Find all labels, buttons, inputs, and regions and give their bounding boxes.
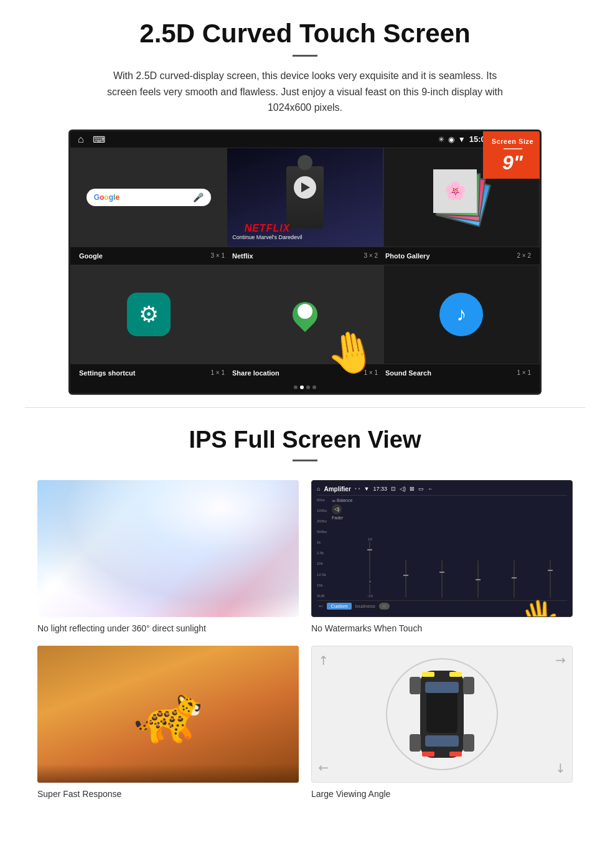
gallery-label-name: Photo Gallery bbox=[385, 252, 430, 260]
settings-app-cell[interactable]: ⚙ bbox=[70, 265, 227, 364]
angle-arrow-bl: ↗ bbox=[314, 759, 332, 777]
pagination-dots bbox=[70, 382, 540, 393]
music-note-icon: ♪ bbox=[456, 303, 466, 326]
home-icon: ⌂ bbox=[78, 134, 84, 145]
amp-win: ▭ bbox=[418, 486, 424, 492]
ips-cheetah-item: 🐆 Super Fast Response bbox=[37, 646, 299, 799]
ips-grid: No light reflecting under 360° direct su… bbox=[37, 480, 573, 799]
google-logo: Google bbox=[94, 193, 120, 202]
google-search-bar[interactable]: Google 🎤 bbox=[87, 189, 211, 206]
amp-arr: ← bbox=[428, 486, 433, 492]
photo-stack: 🌸 bbox=[433, 169, 489, 225]
badge-divider bbox=[504, 148, 522, 149]
settings-label-size: 1 × 1 bbox=[210, 369, 225, 376]
dot-1 bbox=[294, 385, 298, 389]
car-circle-guide bbox=[386, 658, 498, 770]
status-bar: ⌂ ⌨ ✳ ◉ ▼ 15:06 ⊡ ◁) ⊠ ▭ bbox=[70, 131, 540, 148]
amp-freq-labels: 60hz100hz200hz500hz1k2.5k10k12.5k15kSUB bbox=[317, 498, 329, 598]
app-label-row-bottom: Settings shortcut 1 × 1 Share location 1… bbox=[70, 364, 540, 382]
netflix-subtitle: Continue Marvel's Daredevil bbox=[232, 234, 302, 240]
maps-icon bbox=[289, 299, 321, 330]
sound-label: Sound Search 1 × 1 bbox=[382, 367, 535, 379]
share-label-name: Share location bbox=[232, 369, 279, 377]
angle-arrow-br: ↗ bbox=[551, 759, 570, 777]
google-mic-icon[interactable]: 🎤 bbox=[193, 192, 204, 202]
section-ips: IPS Full Screen View No light reflecting… bbox=[0, 408, 610, 811]
google-label: Google 3 × 1 bbox=[75, 250, 228, 262]
ips-sunlight-image bbox=[37, 480, 299, 617]
app-grid-bottom: ⚙ 🤚 ♪ bbox=[70, 265, 540, 364]
netflix-overlay: NETFLIX Continue Marvel's Daredevil bbox=[232, 223, 302, 240]
amp-sliders: 10 0 -10 bbox=[353, 498, 567, 598]
section1-divider bbox=[293, 55, 317, 57]
angle-arrow-tr: ↗ bbox=[551, 651, 570, 669]
section2-divider bbox=[293, 460, 317, 461]
amp-wifi: ▼ bbox=[364, 486, 370, 492]
netflix-play-button[interactable] bbox=[294, 176, 316, 199]
netflix-brand: NETFLIX bbox=[232, 223, 302, 234]
section1-title: 2.5D Curved Touch Screen bbox=[37, 19, 573, 49]
gallery-label: Photo Gallery 2 × 2 bbox=[382, 250, 535, 262]
sound-search-cell[interactable]: ♪ bbox=[383, 265, 540, 364]
play-triangle-icon bbox=[301, 182, 310, 192]
amp-vol: ◁) bbox=[400, 486, 406, 492]
app-label-row-top: Google 3 × 1 Netflix 3 × 2 Photo Gallery… bbox=[70, 247, 540, 265]
flower-icon: 🌸 bbox=[444, 181, 466, 201]
ips-sunlight-item: No light reflecting under 360° direct su… bbox=[37, 480, 299, 633]
google-label-name: Google bbox=[79, 252, 103, 260]
sound-label-size: 1 × 1 bbox=[517, 369, 531, 376]
google-label-size: 3 × 1 bbox=[210, 252, 225, 259]
dot-3 bbox=[306, 385, 310, 389]
settings-icon-wrapper: ⚙ bbox=[127, 293, 171, 336]
ips-car-image: ↗ ↗ ↗ ↗ bbox=[311, 646, 573, 783]
netflix-label: Netflix 3 × 2 bbox=[228, 250, 382, 262]
netflix-label-name: Netflix bbox=[232, 252, 253, 260]
netflix-app-cell[interactable]: NETFLIX Continue Marvel's Daredevil bbox=[227, 148, 383, 247]
amp-dots: • • bbox=[355, 486, 360, 492]
ips-car-caption: Large Viewing Angle bbox=[311, 789, 573, 799]
custom-button[interactable]: Custom bbox=[327, 603, 352, 610]
settings-label: Settings shortcut 1 × 1 bbox=[75, 367, 228, 379]
share-location-cell[interactable]: 🤚 bbox=[227, 265, 383, 364]
ips-cheetah-image: 🐆 bbox=[37, 646, 299, 783]
photo-main: 🌸 bbox=[433, 169, 477, 213]
amp-left-controls: ⚌Balance ◁) Fader bbox=[332, 498, 350, 598]
amp-home-icon: ⌂ bbox=[317, 486, 320, 492]
cheetah-shadow bbox=[37, 764, 299, 783]
gallery-label-size: 2 × 2 bbox=[517, 252, 531, 259]
sunlight-rays bbox=[37, 480, 299, 617]
bluetooth-icon: ✳ bbox=[438, 135, 444, 144]
cheetah-silhouette: 🐆 bbox=[133, 681, 203, 747]
amp-header: ⌂ Amplifier • • ▼ 17:33 ⊡ ◁) ⊠ ▭ ← bbox=[317, 486, 567, 496]
ips-car-item: ↗ ↗ ↗ ↗ Large Viewing Angle bbox=[311, 646, 573, 799]
settings-label-name: Settings shortcut bbox=[79, 369, 135, 377]
screen-size-badge: Screen Size 9" bbox=[483, 131, 542, 179]
dot-4 bbox=[312, 385, 316, 389]
section-curved-touch: 2.5D Curved Touch Screen With 2.5D curve… bbox=[0, 0, 610, 407]
angle-arrow-tl: ↗ bbox=[314, 651, 332, 669]
ips-cheetah-caption: Super Fast Response bbox=[37, 789, 299, 799]
amp-title: Amplifier bbox=[324, 486, 350, 493]
device-screen: Screen Size 9" ⌂ ⌨ ✳ ◉ ▼ 15:06 ⊡ ◁) ⊠ ▭ bbox=[68, 130, 542, 395]
location-icon: ◉ bbox=[448, 135, 454, 144]
ips-amplifier-item: ⌂ Amplifier • • ▼ 17:33 ⊡ ◁) ⊠ ▭ ← 60hz1… bbox=[311, 480, 573, 633]
amp-x: ⊠ bbox=[410, 486, 415, 492]
badge-title: Screen Size bbox=[488, 138, 537, 145]
device-mockup: Screen Size 9" ⌂ ⌨ ✳ ◉ ▼ 15:06 ⊡ ◁) ⊠ ▭ bbox=[68, 130, 542, 395]
hand-pointing-icon: 🤚 bbox=[322, 324, 380, 380]
ips-amplifier-image: ⌂ Amplifier • • ▼ 17:33 ⊡ ◁) ⊠ ▭ ← 60hz1… bbox=[311, 480, 573, 617]
sound-label-name: Sound Search bbox=[385, 369, 431, 377]
netflix-label-size: 3 × 2 bbox=[364, 252, 378, 259]
amp-cam: ⊡ bbox=[391, 486, 396, 492]
usb-icon: ⌨ bbox=[93, 134, 105, 144]
ips-sunlight-caption: No light reflecting under 360° direct su… bbox=[37, 623, 299, 633]
loudness-toggle[interactable]: ○ bbox=[379, 603, 390, 610]
gear-icon: ⚙ bbox=[139, 301, 159, 328]
app-grid-top: Google 🎤 bbox=[70, 148, 540, 247]
wifi-icon: ▼ bbox=[458, 135, 466, 144]
sound-icon-wrapper: ♪ bbox=[439, 293, 483, 336]
ips-amplifier-caption: No Watermarks When Touch bbox=[311, 623, 573, 633]
google-app-cell[interactable]: Google 🎤 bbox=[70, 148, 227, 247]
amp-eq-area: 60hz100hz200hz500hz1k2.5k10k12.5k15kSUB … bbox=[317, 496, 567, 600]
amp-time: 17:33 bbox=[373, 486, 388, 492]
